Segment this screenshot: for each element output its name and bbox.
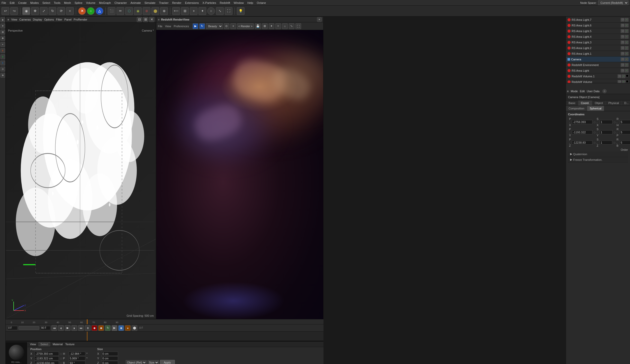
first-frame-btn[interactable]: ⏮ (51, 325, 57, 331)
scene-item-rs-area-light-6[interactable]: RS Area Light.6 ☐ ✓ (566, 23, 630, 28)
menu-animate[interactable]: Animate (130, 1, 141, 4)
menu-window[interactable]: Window (234, 1, 244, 4)
sub-tab-composition[interactable]: Composition (566, 106, 587, 111)
menu-volume[interactable]: Volume (86, 1, 96, 4)
redo-btn[interactable]: ↪ (10, 7, 18, 15)
visibility-icon-5[interactable]: ☐ (621, 29, 624, 33)
rs-play-btn[interactable]: ▶ (193, 23, 198, 29)
size-z-input[interactable] (101, 361, 118, 364)
menu-tools[interactable]: Tools (54, 1, 60, 4)
menu-modes[interactable]: Modes (30, 1, 39, 4)
enable-icon-env[interactable]: ✓ (625, 63, 628, 67)
rs-prefs-menu[interactable]: Preferences (174, 25, 189, 28)
end-btn[interactable]: ⏸ (85, 325, 91, 331)
enable-icon-vol1[interactable]: ✓ (622, 74, 625, 78)
visibility-icon-al[interactable]: ☐ (621, 69, 624, 72)
tab-object[interactable]: Object (592, 100, 606, 106)
object-rel-dropdown[interactable]: Object (Rel) (126, 360, 147, 364)
cube-btn[interactable]: ⬛ (108, 7, 115, 15)
rotate-btn[interactable]: ↻ (49, 7, 56, 15)
live-selection-btn[interactable]: ◉ (22, 7, 30, 15)
enable-icon-camera[interactable]: ✓ (625, 58, 628, 61)
menu-octane[interactable]: Octane (257, 1, 266, 4)
rb-input[interactable] (619, 141, 630, 145)
grid-btn[interactable]: ⊞ (181, 7, 189, 15)
record-btn[interactable]: ⏺ (92, 325, 97, 331)
visibility-icon-vol[interactable]: ☐ (618, 80, 621, 83)
p-size-input[interactable] (69, 356, 85, 360)
rs-star-btn[interactable]: ✦ (269, 23, 274, 29)
tab-basic[interactable]: Basic (566, 100, 578, 106)
rs-grid-btn[interactable]: ⊞ (262, 23, 268, 29)
node-space-dropdown[interactable]: Current (Redshift) (598, 1, 628, 5)
bcp-material-menu[interactable]: Material (53, 343, 63, 346)
viewport-options-menu[interactable]: Options (44, 18, 54, 21)
last-frame-btn[interactable]: ⏭ (78, 325, 84, 331)
left-tool-1[interactable]: ◈ (1, 17, 5, 22)
enable-icon-2[interactable]: ✓ (625, 46, 628, 50)
left-tool-3[interactable]: ⊞ (1, 30, 5, 34)
viewport-prorender-menu[interactable]: ProRender (74, 18, 87, 21)
menu-spline[interactable]: Spline (75, 1, 83, 4)
left-tool-4[interactable]: ✥ (1, 36, 5, 41)
next-frame-btn[interactable]: ⏵ (71, 325, 77, 331)
pen-btn[interactable]: ✏ (116, 7, 124, 15)
scene-item-rs-area-light-5[interactable]: RS Area Light.5 ☐ ✓ (566, 28, 630, 34)
playback-btn3[interactable]: ● (125, 325, 131, 331)
undo-btn[interactable]: ↩ (2, 7, 9, 15)
redshift-menu-icon[interactable]: ≡ (158, 18, 159, 21)
enable-icon-3[interactable]: ✓ (625, 41, 628, 44)
size-dropdown[interactable]: Size (148, 360, 159, 364)
play-btn[interactable]: ▶ (65, 325, 70, 331)
sx-input[interactable] (600, 120, 613, 124)
enable-icon-al[interactable]: ✓ (625, 69, 628, 72)
props-edit-menu[interactable]: Edit (580, 90, 585, 93)
rs-crop-btn[interactable]: ⌖ (230, 23, 236, 29)
rs-save-btn[interactable]: 💾 (255, 23, 261, 29)
rh-input[interactable] (620, 120, 630, 124)
menu-xparticles[interactable]: X-Particles (202, 1, 216, 4)
visibility-icon-7[interactable]: ☐ (621, 18, 624, 22)
enable-icon-7[interactable]: ✓ (625, 18, 628, 22)
visibility-icon-2[interactable]: ☐ (621, 46, 624, 50)
left-tool-10[interactable]: ⊕ (1, 73, 5, 78)
fx-btn[interactable]: ⊗ (160, 7, 168, 15)
current-frame-input[interactable] (7, 326, 17, 330)
rp-input[interactable] (620, 130, 630, 134)
scene-item-redshift-vol-1[interactable]: Redshift Volume.1 ☐ ✓ (566, 73, 630, 79)
menu-edit[interactable]: Edit (10, 1, 15, 4)
apply-button[interactable]: Apply (160, 360, 175, 364)
px-input[interactable] (572, 120, 592, 124)
viewport-close-btn[interactable]: ✕ (149, 17, 154, 22)
add-btn[interactable]: + (66, 7, 74, 15)
tab-physical[interactable]: Physical (606, 100, 622, 106)
menu-tracker[interactable]: Tracker (159, 1, 169, 4)
menu-render[interactable]: Render (172, 1, 181, 4)
visibility-icon-vol1[interactable]: ☐ (618, 74, 621, 78)
sub-tab-spherical[interactable]: Spherical (587, 106, 604, 111)
loop-btn[interactable]: ↻ (105, 325, 111, 331)
rs-expand-btn[interactable]: ⤡ (289, 23, 294, 29)
enable-icon-1[interactable]: ✓ (625, 52, 628, 55)
viewport-display-menu[interactable]: Display (33, 18, 42, 21)
rs-star2-btn[interactable]: ✧ (275, 23, 281, 29)
menu-mesh[interactable]: Mesh (64, 1, 71, 4)
menu-character[interactable]: Character (114, 1, 127, 4)
freeze-transform-row[interactable]: ▶ Freeze Transformation. (568, 157, 628, 163)
viewport-collapse-btn[interactable]: ⊟ (137, 17, 142, 22)
visibility-icon-camera[interactable]: ☐ (621, 58, 624, 61)
rs-render-btn[interactable]: < Render > (237, 23, 254, 29)
size-x-input[interactable] (101, 352, 118, 356)
bcp-view-menu[interactable]: View (30, 343, 36, 346)
rs-refresh-btn[interactable]: ↻ (199, 23, 205, 29)
visibility-icon-4[interactable]: ☐ (621, 35, 624, 39)
left-tool-2[interactable]: ✦ (1, 24, 5, 28)
left-tool-6[interactable]: $ (1, 48, 5, 53)
scene-item-redshift-env[interactable]: Redshift Environment ☐ ✓ (566, 62, 630, 68)
bcp-select-menu[interactable]: Select (39, 342, 50, 346)
h-size-input[interactable] (69, 352, 85, 356)
playback-btn4[interactable]: ⬤ (132, 325, 137, 331)
scene-item-rs-area-light-1[interactable]: RS Area Light.1 ☐ ✓ (566, 51, 630, 57)
viewport-cameras-menu[interactable]: Cameras (19, 18, 31, 21)
bcp-texture-menu[interactable]: Texture (65, 343, 75, 346)
